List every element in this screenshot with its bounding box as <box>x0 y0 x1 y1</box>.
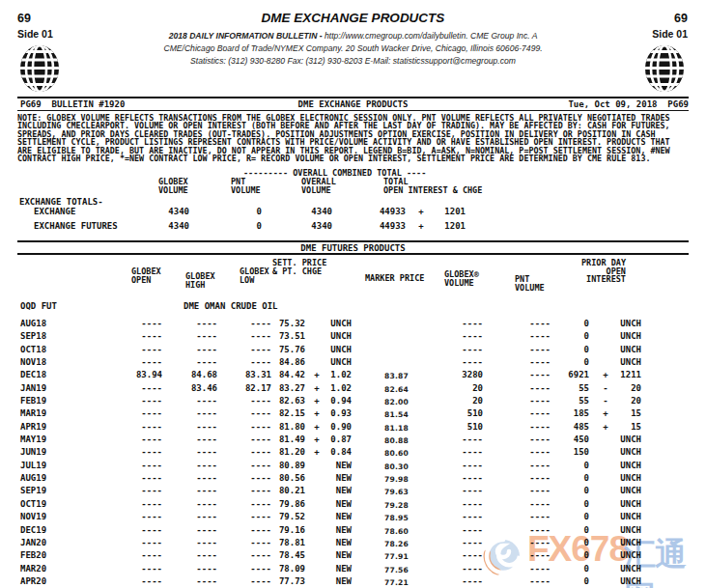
cell-globex-volume: ---- <box>462 486 483 495</box>
cell-pnt-volume: ---- <box>529 564 551 574</box>
cell-marker-price: 80.88 <box>384 436 409 445</box>
cell-pnt-volume: ---- <box>529 319 551 328</box>
cell-sett-price: 81.49 <box>279 434 305 444</box>
cell-globex-volume: ---- <box>462 525 483 535</box>
cell-pt-chge: UNCH <box>330 331 352 341</box>
cell-contract-month: APR20 <box>20 576 46 586</box>
cell-globex-low: ---- <box>250 499 271 509</box>
cell-oi-change: UNCH <box>620 357 641 367</box>
cell-oi-change: UNCH <box>620 550 641 560</box>
cell-globex-low: ---- <box>250 357 271 367</box>
cell-sett-price: 78.45 <box>279 550 305 560</box>
cell-globex-open: ---- <box>141 525 162 535</box>
cell-pt-chge: NEW <box>336 512 352 521</box>
column-header-globex-open: GLOBEX OPEN <box>131 267 161 284</box>
cell-oi-change: 1211 <box>620 370 641 379</box>
cell-pnt-volume: ---- <box>529 576 551 586</box>
cell-sett-price: 82.15 <box>279 408 305 418</box>
cell-open-interest: 0 <box>584 357 589 367</box>
cell-globex-volume: ---- <box>462 499 483 509</box>
cell-pnt-volume: ---- <box>529 357 551 367</box>
futures-row: APR20 ---- ---- ---- 77.73 NEW 77.21 ---… <box>0 576 706 588</box>
cell-globex-low: ---- <box>250 525 271 535</box>
cell-contract-month: AUG19 <box>20 473 46 483</box>
futures-row: AUG18 ---- ---- ---- 75.32 UNCH ---- ---… <box>0 319 706 331</box>
cell-contract-month: SEP19 <box>20 486 46 495</box>
cell-oi-change-sign: + <box>598 370 613 379</box>
cell-contract-month: AUG18 <box>20 319 46 328</box>
cell-globex-high: ---- <box>196 486 217 495</box>
divider-line <box>17 97 689 98</box>
cell-pt-chge: NEW <box>336 461 352 470</box>
cell-globex-high: ---- <box>196 461 217 470</box>
cell-marker-price: 79.28 <box>384 501 409 510</box>
cell-oi-change: UNCH <box>620 576 641 586</box>
cell-pt-chge: NEW <box>336 564 352 574</box>
cell-oi-change: UNCH <box>620 331 641 341</box>
cell-pnt-volume: ---- <box>529 473 551 483</box>
cell-globex-open: ---- <box>141 512 162 521</box>
cell-globex-volume: ---- <box>462 576 483 586</box>
bulletin-info-bold: 2018 DAILY INFORMATION BULLETIN - <box>169 31 325 41</box>
cell-pt-chge: NEW <box>336 576 352 586</box>
futures-row: MAR19 ---- ---- ---- 82.15 + 0.93 81.54 … <box>0 408 706 421</box>
cell-pt-chge: UNCH <box>330 345 352 354</box>
cell-open-interest: 0 <box>584 499 589 509</box>
cell-pt-chge: 0.93 <box>330 408 352 418</box>
cell-marker-price: 80.30 <box>384 462 409 471</box>
cell-globex-volume: 510 <box>467 422 483 432</box>
cell-marker-price: 82.64 <box>384 385 409 394</box>
cell-globex-low: ---- <box>250 512 271 521</box>
cell-globex-low: ---- <box>250 447 271 457</box>
cell-sett-change-sign: + <box>309 422 325 432</box>
cell-open-interest: 0 <box>584 538 589 547</box>
cell-globex-high: ---- <box>196 525 217 535</box>
cell-globex-open: ---- <box>141 576 162 586</box>
cell-marker-price: 81.18 <box>384 424 409 433</box>
cell-sett-price: 82.63 <box>279 396 305 406</box>
cell-sett-change-sign: + <box>309 383 325 393</box>
futures-row: DEC18 83.94 84.68 83.31 84.42 + 1.02 83.… <box>0 370 706 382</box>
cell-oi-change: UNCH <box>620 447 641 457</box>
column-header-total-open-interest: TOTAL OPEN INTEREST & CHGE <box>383 178 482 194</box>
cell-pt-chge: 1.02 <box>330 383 352 393</box>
cell-pt-chge: 0.84 <box>330 447 352 457</box>
futures-row: APR19 ---- ---- ---- 81.80 + 0.90 81.18 … <box>0 422 706 434</box>
cell-globex-high: ---- <box>196 564 217 574</box>
cell-sett-price: 84.42 <box>279 370 305 379</box>
cell-globex-volume: ---- <box>462 473 483 483</box>
futures-row: OCT18 ---- ---- ---- 75.76 UNCH ---- ---… <box>0 345 706 357</box>
cell-globex-high: ---- <box>196 499 217 509</box>
cell-globex-volume: 3280 <box>462 370 483 379</box>
cell-open-interest: 55 <box>579 383 589 393</box>
futures-row: AUG19 ---- ---- ---- 80.56 NEW 79.98 ---… <box>0 473 706 486</box>
cell-globex-high: ---- <box>196 357 217 367</box>
cell-sett-change-sign: + <box>309 434 325 444</box>
cell-globex-high: ---- <box>196 512 217 521</box>
cell-pnt-volume: ---- <box>529 422 551 432</box>
futures-row: SEP18 ---- ---- ---- 73.51 UNCH ---- ---… <box>0 331 706 344</box>
cell-pnt-volume: ---- <box>529 525 551 535</box>
cell-globex-low: ---- <box>250 576 271 586</box>
cell-globex-volume: ---- <box>462 512 483 521</box>
cell-globex-volume: ---- <box>462 447 483 457</box>
cell-contract-month: NOV18 <box>20 357 46 367</box>
cell-globex-low: ---- <box>250 550 271 560</box>
cell-contract-month: SEP18 <box>20 331 46 341</box>
cell-sett-price: 81.80 <box>279 422 305 432</box>
cell-oi-change: UNCH <box>620 461 641 470</box>
cell-globex-high: 84.68 <box>191 370 217 379</box>
cell-oi-change-sign: - <box>598 396 613 406</box>
cell-globex-open: ---- <box>141 447 162 457</box>
totals-row-label: EXCHANGE <box>34 207 75 216</box>
totals-change-sign: + <box>413 221 429 231</box>
totals-row: EXCHANGE 4340 0 4340 44933 + 1201 <box>0 207 706 221</box>
cell-globex-open: ---- <box>141 345 162 354</box>
cell-globex-volume: 20 <box>472 383 483 393</box>
cell-globex-high: ---- <box>196 576 217 586</box>
cell-oi-change: 15 <box>631 422 641 432</box>
cell-globex-open: ---- <box>141 396 162 406</box>
cell-open-interest: 0 <box>584 331 589 341</box>
totals-globex-volume: 4340 <box>168 221 189 231</box>
cell-contract-month: JAN19 <box>20 383 46 393</box>
